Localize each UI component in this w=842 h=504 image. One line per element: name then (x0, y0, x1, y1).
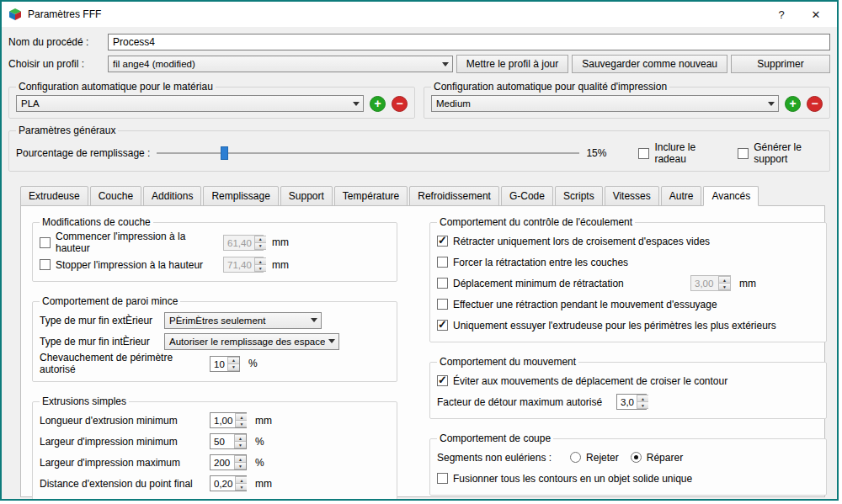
tab-autre[interactable]: Autre (661, 186, 702, 206)
infill-slider[interactable] (157, 146, 579, 161)
spin-down-icon[interactable]: ▼ (254, 265, 266, 272)
spin-down-icon[interactable]: ▼ (637, 402, 648, 409)
advanced-right-column: Comportement du contrôle de l'écoulement… (429, 216, 827, 496)
wipe-outer-perimeters-checkbox[interactable] (437, 320, 448, 331)
tab-gcode[interactable]: G-Code (501, 186, 553, 206)
stop-at-height-checkbox[interactable] (40, 259, 51, 270)
internal-thin-wall-label: Type de mur fin intÈrieur (40, 336, 159, 347)
material-select[interactable]: PLA (16, 95, 364, 112)
spinner-arrows[interactable]: ▲▼ (637, 395, 648, 409)
delete-profile-button[interactable]: Supprimer (731, 55, 830, 73)
detour-factor-spinner[interactable]: 3,0 ▲▼ (616, 394, 647, 410)
spinner-arrows[interactable]: ▲▼ (235, 413, 247, 427)
tab-couche[interactable]: Couche (90, 186, 141, 206)
spinner-arrows[interactable]: ▲▼ (234, 455, 246, 470)
external-thin-wall-select[interactable]: PÈrimÈtres seulement (164, 312, 322, 329)
retract-only-crossing-checkbox[interactable] (437, 236, 448, 247)
non-manifold-segments-label: Segments non eulériens : (437, 452, 552, 464)
spin-up-icon[interactable]: ▲ (234, 455, 246, 463)
tab-vitesses[interactable]: Vitesses (605, 186, 659, 206)
repair-segments-radio[interactable] (631, 452, 642, 463)
detour-factor-label: Facteur de détour maximum autorisé (437, 396, 611, 408)
min-printing-width-spinner[interactable]: 50 ▲▼ (210, 433, 247, 449)
internal-thin-wall-value: Autoriser le remplissage des espaces (169, 337, 325, 347)
spin-up-icon[interactable]: ▲ (718, 276, 730, 284)
slider-handle[interactable] (221, 146, 228, 160)
save-as-new-button[interactable]: Sauvegarder comme nouveau (572, 55, 727, 73)
spin-up-icon[interactable]: ▲ (235, 476, 247, 484)
profile-select[interactable]: fil ange4 (modified) (108, 56, 453, 72)
spinner-arrows[interactable]: ▲▼ (234, 434, 246, 448)
start-height-spinner[interactable]: 61,40 ▲▼ (223, 235, 264, 251)
spin-up-icon[interactable]: ▲ (235, 413, 247, 421)
chevron-down-icon (765, 102, 778, 106)
quality-selected-value: Medium (436, 98, 765, 109)
min-extrusion-length-label: Longueur d'extrusion minimum (40, 415, 205, 427)
spin-up-icon[interactable]: ▲ (637, 395, 648, 402)
force-retraction-checkbox[interactable] (437, 257, 448, 268)
tab-bar: Extrudeuse Couche Additions Remplissage … (20, 186, 825, 205)
spin-up-icon[interactable]: ▲ (254, 236, 266, 243)
quality-select[interactable]: Medium (431, 95, 779, 112)
generate-support-label: Générer le support (754, 141, 823, 165)
stop-height-spinner[interactable]: 71,40 ▲▼ (223, 257, 264, 273)
min-travel-retraction-spinner[interactable]: 3,00 ▲▼ (690, 275, 731, 291)
close-button[interactable]: ✕ (802, 8, 830, 21)
min-travel-retraction-checkbox[interactable] (437, 278, 448, 289)
tab-additions[interactable]: Additions (143, 186, 201, 206)
endpoint-extension-spinner[interactable]: 0,20 ▲▼ (210, 475, 247, 491)
spin-up-icon[interactable]: ▲ (254, 257, 266, 265)
profile-selected-value: fil ange4 (modified) (113, 59, 439, 69)
remove-quality-button[interactable]: − (807, 96, 823, 112)
help-button[interactable]: ? (767, 8, 796, 21)
min-extrusion-length-spinner[interactable]: 1,00 ▲▼ (210, 412, 247, 428)
profile-label: Choisir un profil : (8, 58, 104, 70)
spin-down-icon[interactable]: ▼ (227, 364, 239, 371)
retract-during-wipe-checkbox[interactable] (437, 299, 448, 310)
spin-down-icon[interactable]: ▼ (234, 442, 246, 448)
start-height-value: 61,40 (224, 236, 254, 250)
spinner-arrows[interactable]: ▲▼ (254, 236, 266, 250)
movement-title: Comportement du mouvement (437, 356, 578, 368)
include-raft-checkbox[interactable] (638, 148, 649, 159)
tab-remplissage[interactable]: Remplissage (203, 186, 278, 206)
tab-extrudeuse[interactable]: Extrudeuse (20, 186, 88, 206)
endpoint-extension-label: Distance d'extension du point final (40, 478, 205, 490)
repair-segments-label: Réparer (647, 452, 683, 464)
spin-down-icon[interactable]: ▼ (254, 243, 266, 250)
process-name-label: Nom du procédé : (8, 36, 108, 48)
start-at-height-label: Commencer l'impression à la hauteur (56, 231, 218, 254)
spin-up-icon[interactable]: ▲ (234, 434, 246, 442)
spin-down-icon[interactable]: ▼ (234, 463, 246, 470)
spinner-arrows[interactable]: ▲▼ (235, 476, 247, 491)
spinner-arrows[interactable]: ▲▼ (254, 257, 266, 272)
tab-refroidissement[interactable]: Refroidissement (409, 186, 499, 206)
process-name-input[interactable] (108, 34, 830, 50)
remove-material-button[interactable]: − (392, 96, 408, 112)
start-at-height-checkbox[interactable] (40, 237, 51, 248)
tab-avances[interactable]: Avancés (703, 186, 759, 206)
discard-segments-radio[interactable] (570, 452, 581, 463)
spin-up-icon[interactable]: ▲ (227, 357, 239, 364)
add-quality-button[interactable]: + (785, 96, 801, 112)
spinner-arrows[interactable]: ▲▼ (718, 276, 730, 290)
perimeter-overlap-label: Chevauchement de périmètre autorisé (40, 352, 205, 375)
min-printing-width-label: Largeur d'impression minimum (40, 436, 205, 448)
slicing-behavior-title: Comportement de coupe (437, 432, 553, 444)
generate-support-checkbox[interactable] (738, 148, 749, 159)
avoid-crossing-outline-label: Éviter aux mouvements de déplacement de … (453, 375, 727, 387)
merge-outlines-checkbox[interactable] (437, 473, 448, 484)
internal-thin-wall-select[interactable]: Autoriser le remplissage des espaces (164, 333, 339, 350)
spin-down-icon[interactable]: ▼ (235, 421, 247, 427)
avoid-crossing-outline-checkbox[interactable] (437, 375, 448, 386)
spin-down-icon[interactable]: ▼ (718, 284, 730, 290)
tab-scripts[interactable]: Scripts (555, 186, 603, 206)
tab-temperature[interactable]: Température (334, 186, 408, 206)
max-printing-width-spinner[interactable]: 200 ▲▼ (210, 454, 247, 470)
spinner-arrows[interactable]: ▲▼ (227, 357, 239, 371)
update-profile-button[interactable]: Mettre le profil à jour (456, 55, 568, 73)
spin-down-icon[interactable]: ▼ (235, 484, 247, 491)
tab-support[interactable]: Support (280, 186, 333, 206)
perimeter-overlap-spinner[interactable]: 10 ▲▼ (210, 356, 240, 372)
add-material-button[interactable]: + (370, 96, 386, 112)
